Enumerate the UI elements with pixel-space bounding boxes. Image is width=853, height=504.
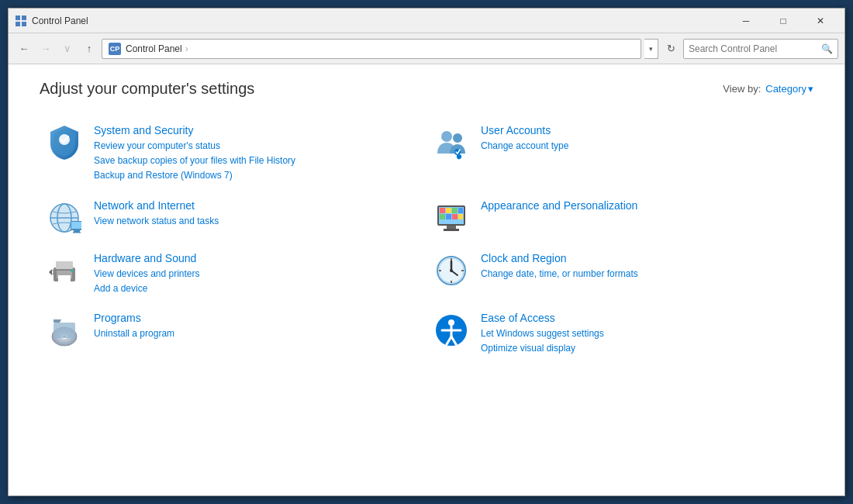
network-internet-icon	[46, 199, 83, 236]
svg-rect-31	[58, 275, 71, 281]
svg-point-6	[453, 133, 462, 143]
svg-rect-14	[74, 230, 80, 232]
close-button[interactable]: ✕	[803, 9, 838, 33]
main-content: Adjust your computer's settings View by:…	[9, 64, 844, 495]
view-by-label: View by:	[723, 83, 761, 95]
window-controls: ─ □ ✕	[728, 9, 838, 33]
system-security-link-3[interactable]: Backup and Restore (Windows 7)	[94, 168, 420, 183]
svg-point-41	[450, 269, 453, 272]
system-security-text: System and Security Review your computer…	[94, 124, 420, 184]
user-accounts-text: User Accounts Change account type	[481, 124, 807, 154]
dropdown-button[interactable]: ∨	[58, 40, 77, 58]
svg-rect-24	[452, 214, 458, 219]
back-button[interactable]: ←	[15, 40, 33, 58]
view-by-control: View by: Category ▾	[723, 83, 813, 95]
ease-access-title[interactable]: Ease of Access	[481, 312, 807, 324]
path-suffix: ›	[185, 43, 188, 54]
svg-rect-26	[447, 226, 456, 229]
appearance-text: Appearance and Personalization	[481, 199, 807, 214]
path-icon: CP	[109, 43, 121, 55]
svg-point-32	[71, 269, 74, 272]
search-box: 🔍	[683, 39, 838, 59]
path-dropdown[interactable]: ▾	[644, 39, 658, 59]
category-programs[interactable]: Programs Uninstall a program	[40, 304, 427, 364]
network-internet-text: Network and Internet View network status…	[94, 199, 420, 229]
title-bar: Control Panel ─ □ ✕	[9, 9, 844, 33]
svg-rect-20	[452, 208, 458, 213]
page-title: Adjust your computer's settings	[40, 80, 254, 98]
appearance-icon	[433, 199, 470, 236]
svg-point-5	[441, 131, 452, 142]
appearance-title[interactable]: Appearance and Personalization	[481, 199, 807, 212]
svg-rect-19	[446, 208, 451, 213]
user-accounts-title[interactable]: User Accounts	[481, 124, 807, 136]
address-path[interactable]: CP Control Panel ›	[102, 39, 641, 59]
search-input[interactable]	[689, 43, 821, 54]
hardware-sound-text: Hardware and Sound View devices and prin…	[94, 252, 420, 296]
minimize-button[interactable]: ─	[728, 9, 764, 33]
category-system-security[interactable]: System and Security Review your computer…	[40, 116, 427, 192]
path-text: Control Panel	[126, 43, 182, 54]
search-icon[interactable]: 🔍	[821, 43, 833, 54]
ease-access-link-1[interactable]: Let Windows suggest settings	[481, 326, 807, 341]
clock-region-link-1[interactable]: Change date, time, or number formats	[481, 267, 807, 281]
ease-access-link-2[interactable]: Optimize visual display	[481, 341, 807, 356]
category-hardware-sound[interactable]: Hardware and Sound View devices and prin…	[40, 244, 427, 304]
system-security-icon	[46, 124, 83, 161]
svg-rect-25	[458, 214, 463, 219]
content-header: Adjust your computer's settings View by:…	[40, 80, 813, 98]
svg-rect-18	[440, 208, 445, 213]
categories-grid: System and Security Review your computer…	[40, 116, 813, 364]
category-network-internet[interactable]: Network and Internet View network status…	[40, 192, 427, 244]
svg-rect-13	[71, 222, 81, 229]
ease-access-text: Ease of Access Let Windows suggest setti…	[481, 312, 807, 356]
clock-region-icon	[433, 252, 470, 289]
window-icon	[15, 15, 27, 27]
hardware-sound-icon	[46, 252, 83, 289]
svg-rect-27	[444, 229, 459, 231]
svg-rect-15	[73, 232, 81, 233]
svg-rect-1	[22, 16, 26, 20]
svg-rect-0	[16, 16, 20, 20]
programs-icon	[46, 312, 83, 349]
forward-button[interactable]: →	[36, 40, 55, 58]
category-ease-access[interactable]: Ease of Access Let Windows suggest setti…	[427, 304, 813, 364]
hardware-sound-link-1[interactable]: View devices and printers	[94, 267, 420, 281]
user-accounts-link-1[interactable]: Change account type	[481, 139, 807, 154]
ease-access-icon	[433, 312, 470, 349]
clock-region-text: Clock and Region Change date, time, or n…	[481, 252, 807, 281]
user-accounts-icon	[433, 124, 470, 161]
maximize-button[interactable]: □	[765, 9, 801, 33]
category-user-accounts[interactable]: User Accounts Change account type	[427, 116, 813, 192]
main-window: Control Panel ─ □ ✕ ← → ∨ ↑ CP Control P…	[8, 8, 845, 496]
programs-title[interactable]: Programs	[94, 312, 420, 324]
programs-link-1[interactable]: Uninstall a program	[94, 326, 420, 341]
system-security-link-1[interactable]: Review your computer's status	[94, 139, 420, 154]
svg-rect-2	[16, 22, 20, 26]
hardware-sound-link-2[interactable]: Add a device	[94, 281, 420, 296]
category-appearance[interactable]: Appearance and Personalization	[427, 192, 813, 244]
svg-rect-22	[440, 214, 445, 219]
network-internet-link-1[interactable]: View network status and tasks	[94, 214, 420, 229]
system-security-link-2[interactable]: Save backup copies of your files with Fi…	[94, 154, 420, 168]
svg-rect-46	[54, 323, 75, 338]
svg-rect-30	[56, 261, 73, 269]
svg-rect-3	[22, 22, 26, 26]
programs-text: Programs Uninstall a program	[94, 312, 420, 341]
window-title: Control Panel	[32, 16, 728, 26]
view-by-value[interactable]: Category ▾	[765, 83, 813, 95]
category-clock-region[interactable]: Clock and Region Change date, time, or n…	[427, 244, 813, 304]
svg-rect-23	[446, 214, 451, 219]
network-internet-title[interactable]: Network and Internet	[94, 199, 420, 212]
clock-region-title[interactable]: Clock and Region	[481, 252, 807, 264]
up-button[interactable]: ↑	[80, 40, 98, 58]
svg-rect-21	[458, 208, 463, 213]
refresh-button[interactable]: ↻	[661, 40, 680, 58]
address-bar: ← → ∨ ↑ CP Control Panel › ▾ ↻ 🔍	[9, 33, 844, 64]
hardware-sound-title[interactable]: Hardware and Sound	[94, 252, 420, 264]
system-security-title[interactable]: System and Security	[94, 124, 420, 136]
